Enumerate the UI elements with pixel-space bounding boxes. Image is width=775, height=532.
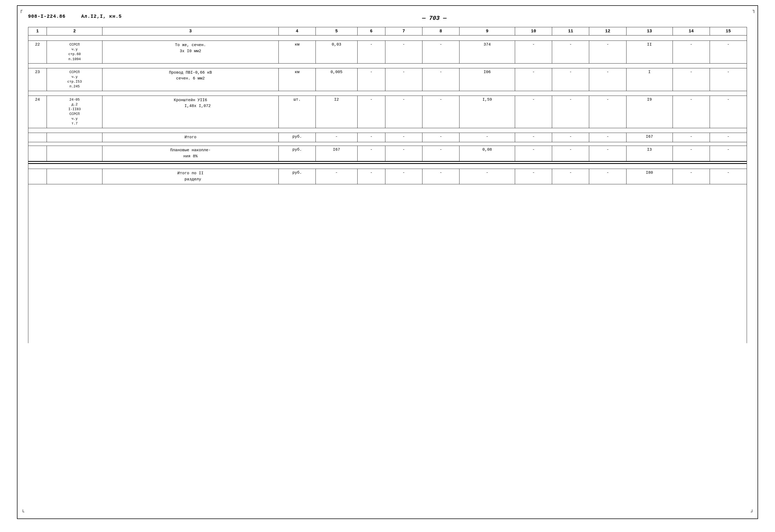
separator-row <box>28 161 747 164</box>
row23-col6: - <box>357 68 385 91</box>
row23-col10: - <box>515 68 552 91</box>
spacer-row-3 <box>28 91 747 96</box>
plan-col15: - <box>710 146 747 161</box>
row23-col7: - <box>385 68 422 91</box>
plan-desc: Плановые накопле-ния 8% <box>102 146 279 161</box>
page-header: 908-I-224.86 Ал.I2,I, кн.5 — 703 — <box>28 14 747 22</box>
row24-num: 24 <box>28 96 47 128</box>
itogo2-col10: - <box>515 169 552 184</box>
row24-col5: I2 <box>315 96 357 128</box>
row22-col4: км <box>278 41 315 64</box>
table-row: Плановые накопле-ния 8% руб. I67 - - - 0… <box>28 146 747 161</box>
itogo-col13: I67 <box>626 133 673 142</box>
row22-col9: 374 <box>459 41 515 64</box>
row23-col11: - <box>552 68 589 91</box>
row24-col10: - <box>515 96 552 128</box>
corner-top-left: ┌ <box>20 8 22 13</box>
row23-desc: Провод ПВI-0,66 кВсечен. 6 мм2 <box>102 68 279 91</box>
col-header-7: 7 <box>385 27 422 35</box>
row23-col14: - <box>673 68 710 91</box>
col-header-5: 5 <box>315 27 357 35</box>
row23-ref: ССРСПч.устр.I53п.245 <box>47 68 102 91</box>
row23-col12: - <box>589 68 626 91</box>
itogo2-col14: - <box>673 169 710 184</box>
col-header-8: 8 <box>422 27 459 35</box>
spacer-row-6 <box>28 164 747 169</box>
itogo-col6: - <box>357 133 385 142</box>
plan-col13: I3 <box>626 146 673 161</box>
row24-desc: Кронштейн УII6 I,48х I,072 <box>102 96 279 128</box>
itogo-ref <box>47 133 102 142</box>
spacer-row-4 <box>28 128 747 133</box>
itogo-col5: - <box>315 133 357 142</box>
page-number: — 703 — <box>122 15 747 22</box>
row22-col13: II <box>626 41 673 64</box>
row24-col8: - <box>422 96 459 128</box>
itogo-num <box>28 133 47 142</box>
itogo-col7: - <box>385 133 422 142</box>
spacer-row-2 <box>28 63 747 68</box>
table-row: 23 ССРСПч.устр.I53п.245 Провод ПВI-0,66 … <box>28 68 747 91</box>
itogo-col12: - <box>589 133 626 142</box>
plan-col14: - <box>673 146 710 161</box>
plan-col6: - <box>357 146 385 161</box>
itogo2-col13: I80 <box>626 169 673 184</box>
row24-col7: - <box>385 96 422 128</box>
corner-bottom-right: ┘ <box>751 510 754 515</box>
row23-col8: - <box>422 68 459 91</box>
page-container: ┌ ┐ 908-I-224.86 Ал.I2,I, кн.5 — 703 — 1… <box>17 5 758 519</box>
col-header-6: 6 <box>357 27 385 35</box>
col-header-2: 2 <box>47 27 102 35</box>
col-header-9: 9 <box>459 27 515 35</box>
itogo2-col5: - <box>315 169 357 184</box>
table-row: Итого руб. - - - - - - - - I67 - - <box>28 133 747 142</box>
itogo-col15: - <box>710 133 747 142</box>
row22-col6: - <box>357 41 385 64</box>
row24-col14: - <box>673 96 710 128</box>
doc-number: 908-I-224.86 <box>28 14 66 19</box>
itogo-col9: - <box>459 133 515 142</box>
plan-col12: - <box>589 146 626 161</box>
spacer-row-5 <box>28 142 747 146</box>
itogo2-col7: - <box>385 169 422 184</box>
row24-col13: I9 <box>626 96 673 128</box>
itogo2-col15: - <box>710 169 747 184</box>
itogo2-col4: руб. <box>278 169 315 184</box>
plan-col8: - <box>422 146 459 161</box>
itogo2-desc: Итого по II разделу <box>102 169 279 184</box>
corner-top-right: ┐ <box>753 8 755 13</box>
col-header-11: 11 <box>552 27 589 35</box>
itogo-col11: - <box>552 133 589 142</box>
row24-ref: 24-05д.2I-II83ССРСПч.ут.7 <box>47 96 102 128</box>
row24-col15: - <box>710 96 747 128</box>
row22-col10: - <box>515 41 552 64</box>
col-header-13: 13 <box>626 27 673 35</box>
row23-num: 23 <box>28 68 47 91</box>
row23-col5: 0,005 <box>315 68 357 91</box>
row23-col13: I <box>626 68 673 91</box>
plan-col10: - <box>515 146 552 161</box>
corner-bottom-left: └ <box>21 510 24 515</box>
row22-col12: - <box>589 41 626 64</box>
itogo2-col6: - <box>357 169 385 184</box>
plan-num <box>28 146 47 161</box>
row23-col15: - <box>710 68 747 91</box>
row24-col11: - <box>552 96 589 128</box>
plan-col5: I67 <box>315 146 357 161</box>
col-header-10: 10 <box>515 27 552 35</box>
table-row: 22 ССРСПч.устр.60п.1094 То же, сечен.3х … <box>28 41 747 64</box>
itogo2-col12: - <box>589 169 626 184</box>
itogo-col8: - <box>422 133 459 142</box>
itogo-desc: Итого <box>102 133 279 142</box>
itogo2-col9: - <box>459 169 515 184</box>
col-header-12: 12 <box>589 27 626 35</box>
col-header-14: 14 <box>673 27 710 35</box>
itogo-col14: - <box>673 133 710 142</box>
spacer-row-7 <box>28 184 747 343</box>
plan-col4: руб. <box>278 146 315 161</box>
plan-col9: 0,08 <box>459 146 515 161</box>
row24-col6: - <box>357 96 385 128</box>
row23-col9: I06 <box>459 68 515 91</box>
doc-ref: Ал.I2,I, кн.5 <box>81 14 122 19</box>
row22-col5: 0,03 <box>315 41 357 64</box>
